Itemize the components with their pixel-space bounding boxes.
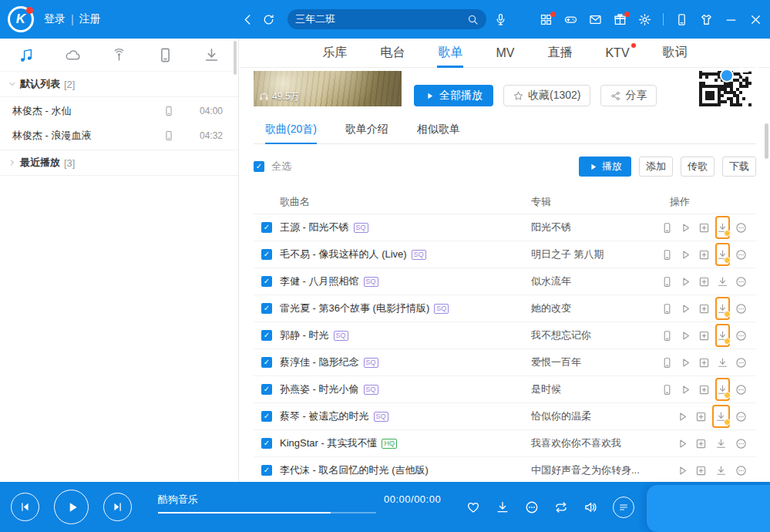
main-scrollbar[interactable] — [765, 123, 768, 159]
row-checkbox[interactable] — [261, 438, 272, 449]
settings-icon[interactable] — [638, 13, 651, 26]
table-row[interactable]: 毛不易 - 像我这样的人 (Live)SQ明日之子 第八期 — [254, 241, 756, 268]
nav-tab-4[interactable]: 直播 — [546, 39, 573, 68]
list-item[interactable]: 林俊杰 - 浪漫血液04:32 — [0, 123, 238, 148]
add-to-playlist-icon[interactable] — [698, 357, 710, 369]
table-row[interactable]: 雷光夏 - 第36个故事 (电影抒情版)SQ她的改变 — [254, 295, 756, 322]
row-checkbox[interactable] — [261, 276, 272, 287]
album-name[interactable]: 爱恨一百年 — [525, 355, 665, 369]
play-icon[interactable] — [677, 411, 688, 423]
play-icon[interactable] — [680, 303, 691, 315]
table-row[interactable]: KingStar - 其实我不懂HQ我喜欢你你不喜欢我 — [254, 430, 756, 457]
minimize-icon[interactable] — [725, 13, 738, 26]
favorite-icon[interactable] — [466, 500, 480, 514]
next-button[interactable] — [103, 493, 132, 521]
table-row[interactable]: 李健 - 八月照相馆SQ似水流年 — [254, 268, 756, 295]
download-icon[interactable] — [714, 433, 728, 453]
album-name[interactable]: 她的改变 — [525, 301, 665, 315]
song-title[interactable]: 蔡琴 - 被遗忘的时光 — [280, 409, 369, 423]
more-options-icon[interactable] — [735, 249, 747, 261]
share-button[interactable]: 分享 — [600, 85, 657, 106]
sidebar-tab-music[interactable] — [18, 47, 35, 63]
favorite-button[interactable]: 收藏(1302) — [503, 85, 590, 106]
content-tab-0[interactable]: 歌曲(20首) — [265, 116, 317, 143]
sidebar-tab-cloud[interactable] — [65, 47, 81, 63]
download-button[interactable]: 下载 — [722, 157, 756, 177]
song-title[interactable]: 雷光夏 - 第36个故事 (电影抒情版) — [280, 301, 429, 315]
play-icon[interactable] — [680, 276, 691, 288]
song-title[interactable]: 毛不易 - 像我这样的人 (Live) — [280, 247, 407, 261]
playlist-cover[interactable]: 49.5万 — [254, 71, 402, 106]
playlist-queue-button[interactable] — [613, 497, 634, 518]
refresh-icon[interactable] — [262, 13, 275, 26]
add-to-playlist-icon[interactable] — [698, 384, 710, 396]
more-options-icon[interactable] — [735, 222, 747, 234]
add-to-playlist-icon[interactable] — [695, 465, 707, 476]
play-icon[interactable] — [677, 438, 688, 450]
album-name[interactable]: 是时候 — [525, 382, 665, 396]
song-title[interactable]: 郭静 - 时光 — [280, 328, 329, 342]
row-checkbox[interactable] — [261, 330, 272, 341]
download-icon[interactable] — [714, 460, 728, 480]
more-options-icon[interactable] — [735, 303, 747, 315]
download-icon[interactable] — [717, 217, 728, 237]
nav-tab-6[interactable]: 歌词 — [662, 39, 688, 68]
sidebar-tab-device[interactable] — [157, 47, 173, 63]
download-icon[interactable] — [717, 325, 728, 345]
login-link[interactable]: 登录 — [44, 12, 66, 26]
add-to-playlist-icon[interactable] — [695, 411, 707, 423]
row-checkbox[interactable] — [261, 222, 272, 233]
device-icon[interactable] — [661, 276, 673, 288]
volume-icon[interactable] — [583, 500, 597, 514]
play-icon[interactable] — [677, 465, 688, 476]
play-all-button[interactable]: 全部播放 — [414, 85, 493, 106]
content-tab-2[interactable]: 相似歌单 — [417, 116, 460, 143]
device-icon[interactable] — [163, 130, 174, 141]
play-icon[interactable] — [680, 384, 691, 396]
add-button[interactable]: 添加 — [639, 157, 673, 177]
previous-button[interactable] — [11, 493, 39, 521]
album-name[interactable]: 明日之子 第八期 — [525, 247, 665, 261]
close-icon[interactable] — [749, 13, 762, 26]
device-icon[interactable] — [661, 357, 673, 369]
nav-tab-2[interactable]: 歌单 — [437, 39, 463, 68]
play-pause-button[interactable] — [54, 490, 89, 524]
song-title[interactable]: KingStar - 其实我不懂 — [280, 436, 377, 450]
song-title[interactable]: 孙燕姿 - 时光小偷 — [280, 382, 359, 396]
song-title[interactable]: 李代沫 - 取名回忆的时光 (吉他版) — [280, 463, 429, 477]
playlist-section-header[interactable]: 最近播放[3] — [0, 150, 238, 176]
table-row[interactable]: 郭静 - 时光SQ我不想忘记你 — [254, 322, 756, 349]
album-name[interactable]: 似水流年 — [525, 274, 665, 288]
add-to-playlist-icon[interactable] — [698, 222, 710, 234]
microphone-icon[interactable] — [494, 13, 507, 26]
nav-tab-3[interactable]: MV — [495, 39, 515, 68]
kugou-logo[interactable]: K — [8, 6, 34, 32]
play-mode-icon[interactable] — [554, 500, 568, 514]
add-to-playlist-icon[interactable] — [698, 330, 710, 342]
more-options-icon[interactable] — [735, 330, 747, 342]
download-icon[interactable] — [717, 352, 728, 372]
album-name[interactable]: 阳光不锈 — [525, 221, 665, 234]
gift-icon[interactable] — [614, 13, 627, 26]
song-title[interactable]: 李健 - 八月照相馆 — [280, 274, 359, 288]
download-icon[interactable] — [714, 406, 728, 426]
album-name[interactable]: 恰似你的温柔 — [525, 409, 665, 423]
play-icon[interactable] — [680, 330, 691, 342]
add-to-playlist-icon[interactable] — [698, 303, 710, 315]
device-icon[interactable] — [661, 222, 673, 234]
more-options-icon[interactable] — [735, 411, 747, 423]
transfer-button[interactable]: 传歌 — [681, 157, 715, 177]
list-item[interactable]: 林俊杰 - 水仙04:00 — [0, 99, 238, 123]
download-icon[interactable] — [717, 379, 728, 399]
search-box[interactable] — [287, 9, 486, 29]
qr-code[interactable] — [699, 71, 752, 106]
progress-bar[interactable] — [158, 512, 376, 513]
album-name[interactable]: 我不想忘记你 — [525, 328, 665, 342]
search-icon[interactable] — [467, 14, 479, 25]
row-checkbox[interactable] — [261, 411, 272, 422]
device-icon[interactable] — [661, 249, 673, 261]
sidebar-tab-download[interactable] — [203, 47, 220, 63]
content-tab-1[interactable]: 歌单介绍 — [345, 116, 388, 143]
nav-tab-0[interactable]: 乐库 — [321, 39, 348, 68]
more-options-icon[interactable] — [735, 465, 747, 476]
